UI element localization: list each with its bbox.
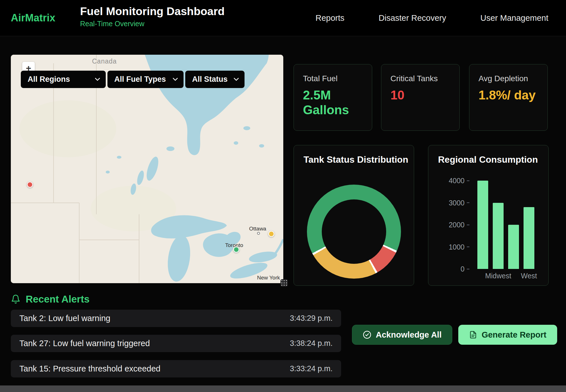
bar-y-tick-label: 2000 [449,221,469,229]
critical-tank-marker[interactable] [27,181,33,188]
avg-depletion-card: Avg Depletion 1.8%/ day [469,64,548,131]
map-filters: All Regions All Fuel Types All Status [21,71,245,88]
nav-item-reports[interactable]: Reports [315,13,345,23]
recent-alerts-title: Recent Alerts [26,293,89,305]
stat-label: Avg Depletion [479,74,538,83]
region-filter-label: All Regions [28,75,70,84]
app-header: AirMatrix Fuel Monitoring Dashboard Real… [0,0,566,36]
generate-report-label: Generate Report [482,330,546,340]
bar-y-tick-label: 0 [461,265,469,273]
stat-label: Total Fuel [303,74,363,83]
nav-item-user-management[interactable]: User Management [480,13,548,23]
warning-tank-marker[interactable] [268,231,274,237]
map-base [11,55,283,283]
bar-chart: 01000200030004000 MidwestWest [438,181,539,269]
bar [508,181,519,269]
alert-message: Tank 15: Pressure threshold exceeded [19,364,160,373]
status-filter-label: All Status [192,75,228,84]
tank-map[interactable]: Canada Ottawa Toronto New York + All Reg… [11,55,283,283]
stat-value: 10 [390,88,450,103]
alert-message: Tank 27: Low fuel warning triggered [19,339,150,348]
main-nav: Reports Disaster Recovery User Managemen… [315,0,548,36]
stat-label: Critical Tanks [390,74,450,83]
alert-message: Tank 2: Low fuel warning [19,314,110,323]
bottom-scrollbar-strip[interactable] [0,385,566,392]
bar-y-tick-label: 4000 [449,177,469,185]
bar: West [524,181,534,269]
title-block: Fuel Monitoring Dashboard Real-Time Over… [80,5,225,28]
bar-chart-plot: MidwestWest [477,181,534,269]
fuel-type-filter-dropdown[interactable]: All Fuel Types [107,71,184,88]
page-title: Fuel Monitoring Dashboard [80,5,225,18]
bar-chart-title: Regional Consumption [438,154,539,165]
bar: Midwest [493,181,504,269]
brand-logo[interactable]: AirMatrix [11,12,55,24]
donut-chart-title: Tank Status Distribution [304,154,404,165]
status-filter-dropdown[interactable]: All Status [185,71,245,88]
ottawa-city-dot [257,232,260,235]
normal-tank-marker[interactable] [233,246,239,253]
stat-value: 2.5M Gallons [303,88,363,117]
critical-tanks-card: Critical Tanks 10 [381,64,460,131]
map-label-new-york: New York [257,275,280,281]
alert-row[interactable]: Tank 2: Low fuel warning 3:43:29 p.m. [11,310,341,327]
fuel-type-filter-label: All Fuel Types [114,75,166,84]
generate-report-button[interactable]: Generate Report [458,325,557,345]
chevron-down-icon [234,78,239,81]
alert-time: 3:33:24 p.m. [290,364,333,373]
alert-row[interactable]: Tank 15: Pressure threshold exceeded 3:3… [11,360,341,377]
document-icon [469,331,477,339]
region-filter-dropdown[interactable]: All Regions [21,71,106,88]
map-label-canada: Canada [92,58,117,65]
chevron-down-icon [95,78,100,81]
total-fuel-card: Total Fuel 2.5M Gallons [294,64,372,131]
bell-icon [11,294,21,304]
stat-value: 1.8%/ day [479,88,538,103]
bar-y-tick-label: 1000 [449,243,469,251]
alert-time: 3:43:29 p.m. [290,314,333,323]
bar-y-tick-label: 3000 [449,199,469,207]
tank-status-distribution-card: Tank Status Distribution [294,145,414,286]
bar-x-tick-label: Midwest [485,272,511,280]
fuel-monitoring-dashboard: AirMatrix Fuel Monitoring Dashboard Real… [0,0,566,392]
bar [477,181,488,269]
nav-item-disaster-recovery[interactable]: Disaster Recovery [379,13,446,23]
recent-alerts-header: Recent Alerts [11,293,89,305]
check-circle-icon [363,330,371,339]
acknowledge-all-button[interactable]: Acknowledge All [352,325,452,345]
map-resize-handle[interactable] [280,279,288,287]
page-subtitle: Real-Time Overview [80,20,225,28]
bar-x-tick-label: West [521,272,537,280]
acknowledge-all-label: Acknowledge All [376,330,442,340]
donut-hole [322,199,386,264]
bar-chart-yaxis: 01000200030004000 [438,181,469,269]
alert-time: 3:38:24 p.m. [290,339,333,348]
tank-status-donut [307,185,401,279]
chevron-down-icon [173,78,178,81]
regional-consumption-card: Regional Consumption 01000200030004000 M… [428,145,549,286]
alert-row[interactable]: Tank 27: Low fuel warning triggered 3:38… [11,335,341,352]
map-label-ottawa: Ottawa [249,226,266,232]
